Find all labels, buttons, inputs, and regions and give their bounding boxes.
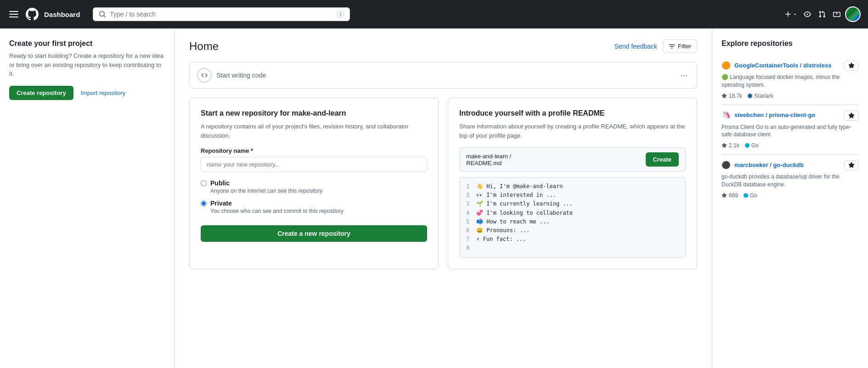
explore-repo-item: ⚫ marcboeker / go-duckdb go-duckdb provi…	[721, 155, 859, 204]
page-layout: Create your first project Ready to start…	[0, 28, 868, 368]
public-radio[interactable]	[201, 180, 207, 186]
repo-meta: 2.1k Go	[721, 142, 859, 149]
code-line: 8	[466, 244, 679, 252]
import-repository-button[interactable]: Import repository	[81, 89, 126, 96]
search-input[interactable]	[110, 11, 333, 18]
readme-file-name: make-and-learn / README.md	[466, 153, 511, 167]
pull-requests-button[interactable]	[816, 8, 829, 21]
readme-file-line: README.md	[466, 160, 511, 167]
repo-name-input[interactable]	[201, 157, 427, 172]
code-line: 6😄 Pronouns: ...	[466, 226, 679, 235]
main-header-actions: Send feedback Filter	[614, 39, 697, 53]
private-option: Private You choose who can see and commi…	[201, 200, 427, 214]
star-button[interactable]	[844, 61, 859, 71]
watch-issues-button[interactable]	[801, 8, 814, 21]
repo-lang: Starlark	[748, 93, 773, 99]
more-options-button[interactable]: ···	[679, 69, 689, 82]
repo-description: go-duckdb provides a database/sql driver…	[721, 173, 859, 189]
repo-full-name[interactable]: GoogleContainerTools / distroless	[734, 62, 831, 69]
readme-code-preview: 1👋 Hi, I'm @make-and-learn2👀 I'm interes…	[459, 177, 686, 258]
repo-meta: 669 Go	[721, 192, 859, 199]
right-sidebar: Explore repositories 🟠 GoogleContainerTo…	[712, 28, 868, 368]
readme-card: Introduce yourself with a profile README…	[448, 98, 697, 269]
start-writing-left: Start writing code	[197, 68, 266, 83]
filter-button[interactable]: Filter	[663, 39, 697, 53]
repo-stars: 18.7k	[721, 93, 742, 99]
code-line: 4💞️ I'm looking to collaborate	[466, 209, 679, 217]
search-kbd: /	[337, 11, 344, 18]
header: Dashboard /	[0, 0, 868, 28]
repo-full-name[interactable]: marcboeker / go-duckdb	[734, 162, 804, 168]
code-line: 2👀 I'm interested in ...	[466, 191, 679, 200]
code-line: 1👋 Hi, I'm @make-and-learn	[466, 182, 679, 191]
code-line: 5📫 How to reach me ...	[466, 217, 679, 226]
readme-card-description: Share information about yourself by crea…	[459, 122, 686, 140]
code-line: 7⚡ Fun fact: ...	[466, 235, 679, 244]
repo-org-icon: ⚫	[721, 160, 731, 169]
repo-description: 🟢 Language focused docker images, minus …	[721, 73, 859, 89]
public-option: Public Anyone on the internet can see th…	[201, 179, 427, 194]
start-writing-text: Start writing code	[216, 72, 266, 79]
repo-org-icon: 🦄	[721, 111, 731, 120]
public-label: Public	[210, 179, 322, 187]
send-feedback-link[interactable]: Send feedback	[614, 43, 657, 50]
repo-stars: 2.1k	[721, 142, 739, 149]
main-header: Home Send feedback Filter	[189, 39, 697, 53]
svg-rect-2	[9, 17, 18, 17]
search-icon	[99, 11, 106, 18]
new-repository-card: Start a new repository for make-and-lear…	[189, 98, 439, 269]
create-readme-button[interactable]: Create	[646, 152, 679, 167]
search-container: /	[93, 7, 350, 21]
left-sidebar: Create your first project Ready to start…	[0, 28, 175, 368]
filter-label: Filter	[678, 43, 691, 50]
repo-stars: 669	[721, 192, 738, 199]
repo-full-name[interactable]: steebchen / prisma-client-go	[734, 112, 815, 118]
header-title: Dashboard	[44, 11, 80, 18]
inbox-button[interactable]	[830, 8, 843, 21]
repo-description: Prisma Client Go is an auto-generated an…	[721, 123, 859, 139]
repo-card-description: A repository contains all of your projec…	[201, 122, 427, 140]
repo-card-title: Start a new repository for make-and-lear…	[201, 109, 427, 117]
sidebar-title: Create your first project	[9, 39, 165, 48]
svg-rect-1	[9, 14, 18, 15]
visibility-radio-group: Public Anyone on the internet can see th…	[201, 179, 427, 214]
repo-lang: Go	[744, 192, 757, 199]
github-logo	[26, 8, 39, 21]
repo-lang: Go	[745, 142, 759, 149]
user-avatar[interactable]	[845, 6, 861, 22]
create-repository-button[interactable]: Create repository	[9, 86, 73, 100]
public-sublabel: Anyone on the internet can see this repo…	[210, 188, 322, 194]
readme-org-line: make-and-learn /	[466, 153, 511, 160]
sidebar-actions: Create repository Import repository	[9, 86, 165, 100]
repo-meta: 18.7k Starlark	[721, 93, 859, 99]
code-icon	[197, 68, 212, 83]
sidebar-description: Ready to start building? Create a reposi…	[9, 51, 165, 78]
explore-repos-list: 🟠 GoogleContainerTools / distroless 🟢 La…	[721, 55, 859, 204]
explore-repo-item: 🟠 GoogleContainerTools / distroless 🟢 La…	[721, 55, 859, 105]
star-button[interactable]	[844, 111, 859, 121]
readme-card-title: Introduce yourself with a profile README	[459, 109, 686, 117]
page-title: Home	[189, 40, 219, 53]
header-actions	[783, 6, 861, 22]
filter-icon	[669, 43, 675, 50]
repo-org-icon: 🟠	[721, 61, 731, 70]
create-new-repository-button[interactable]: Create a new repository	[201, 225, 427, 242]
private-label: Private	[210, 200, 344, 207]
private-radio[interactable]	[201, 201, 207, 206]
start-writing-card: Start writing code ···	[189, 62, 697, 89]
svg-rect-0	[9, 11, 18, 12]
star-button[interactable]	[844, 160, 859, 170]
new-dropdown-button[interactable]	[783, 8, 799, 21]
private-sublabel: You choose who can see and commit to thi…	[210, 208, 344, 214]
cards-row: Start a new repository for make-and-lear…	[189, 98, 697, 269]
main-content: Home Send feedback Filter Start writing …	[175, 28, 712, 368]
menu-button[interactable]	[7, 8, 20, 21]
repo-name-label: Repository name *	[201, 147, 427, 154]
readme-file-box: make-and-learn / README.md Create	[459, 147, 686, 172]
explore-repo-item: 🦄 steebchen / prisma-client-go Prisma Cl…	[721, 105, 859, 155]
code-line: 3🌱 I'm currently learning ...	[466, 200, 679, 208]
explore-title: Explore repositories	[721, 39, 859, 48]
